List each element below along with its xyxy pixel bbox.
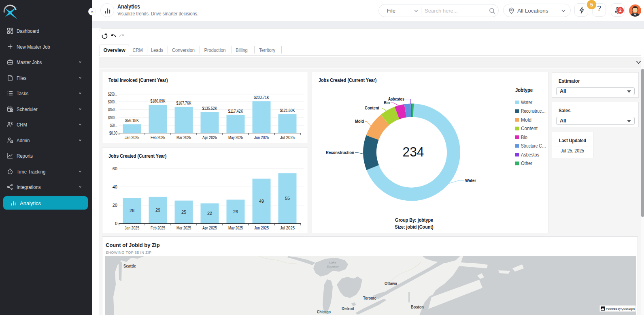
svg-text:Content: Content	[521, 126, 538, 131]
svg-text:Feb 2025: Feb 2025	[151, 135, 165, 140]
svg-text:22: 22	[207, 211, 212, 216]
svg-text:$167.76K: $167.76K	[176, 101, 192, 105]
svg-text:55: 55	[285, 196, 290, 201]
svg-text:Mar 2025: Mar 2025	[176, 135, 191, 140]
svg-text:26: 26	[233, 209, 238, 214]
svg-text:Detroit: Detroit	[342, 306, 354, 311]
svg-text:$121.60K: $121.60K	[280, 108, 295, 113]
svg-text:Lake: Lake	[329, 261, 336, 264]
svg-text:Superior: Superior	[327, 265, 339, 268]
svg-text:Reconstruc…: Reconstruc…	[521, 108, 546, 114]
svg-text:Ottawa: Ottawa	[385, 281, 397, 286]
svg-text:Seattle: Seattle	[123, 264, 136, 268]
svg-text:Other: Other	[521, 161, 532, 166]
svg-text:60: 60	[113, 166, 117, 171]
svg-text:$250…: $250…	[108, 92, 117, 96]
svg-text:Mold: Mold	[521, 117, 531, 123]
svg-text:Toronto: Toronto	[363, 296, 376, 300]
svg-text:28: 28	[130, 208, 134, 213]
svg-text:Jun 2025: Jun 2025	[254, 225, 269, 230]
svg-text:Water: Water	[465, 178, 476, 183]
svg-text:40: 40	[113, 184, 117, 189]
svg-text:29: 29	[155, 208, 160, 212]
svg-text:$56.18K: $56.18K	[125, 118, 139, 123]
svg-text:Apr 2025: Apr 2025	[202, 225, 217, 230]
svg-text:Asbestos: Asbestos	[388, 96, 404, 101]
svg-text:Boston: Boston	[411, 304, 424, 309]
svg-text:Mold: Mold	[355, 119, 364, 124]
svg-text:20: 20	[113, 203, 117, 208]
svg-text:Powered by QuickSight: Powered by QuickSight	[606, 307, 635, 311]
svg-text:Structure C…: Structure C…	[521, 143, 546, 149]
svg-text:Jul 2025: Jul 2025	[280, 135, 295, 140]
svg-text:25: 25	[181, 210, 186, 214]
svg-text:Reconstruction: Reconstruction	[326, 150, 354, 155]
svg-text:Jobtype: Jobtype	[515, 87, 533, 93]
svg-text:Water: Water	[521, 100, 532, 105]
svg-text:$50…: $50…	[110, 123, 117, 128]
svg-text:Bio: Bio	[521, 135, 527, 140]
svg-text:May 2025: May 2025	[228, 225, 243, 230]
svg-text:$180.09K: $180.09K	[151, 99, 166, 103]
svg-text:Jan 2025: Jan 2025	[125, 135, 139, 140]
svg-text:Mar 2025: Mar 2025	[176, 225, 191, 230]
svg-text:$150…: $150…	[108, 107, 117, 112]
svg-text:Size: jobid (Count): Size: jobid (Count)	[395, 224, 434, 230]
svg-text:Feb 2025: Feb 2025	[151, 225, 165, 230]
svg-text:234: 234	[403, 144, 424, 159]
svg-text:$0.00: $0.00	[109, 131, 117, 135]
svg-text:Group By: jobtype: Group By: jobtype	[395, 217, 433, 223]
svg-text:$135.52K: $135.52K	[202, 106, 218, 111]
svg-text:$203.71K: $203.71K	[254, 95, 270, 100]
svg-text:$117.42K: $117.42K	[228, 109, 244, 114]
svg-text:$100…: $100…	[108, 115, 117, 120]
svg-text:Apr 2025: Apr 2025	[202, 135, 217, 140]
svg-text:Jun 2025: Jun 2025	[254, 135, 269, 140]
svg-text:Jul 2025: Jul 2025	[280, 225, 295, 230]
svg-text:0: 0	[115, 221, 117, 226]
svg-text:49: 49	[259, 199, 264, 204]
svg-text:Content: Content	[365, 105, 379, 110]
svg-text:Asbestos: Asbestos	[521, 152, 539, 158]
svg-text:$200…: $200…	[108, 99, 117, 104]
svg-text:Chicago: Chicago	[317, 309, 331, 314]
svg-text:May 2025: May 2025	[228, 135, 243, 140]
svg-text:Jan 2025: Jan 2025	[125, 225, 139, 230]
